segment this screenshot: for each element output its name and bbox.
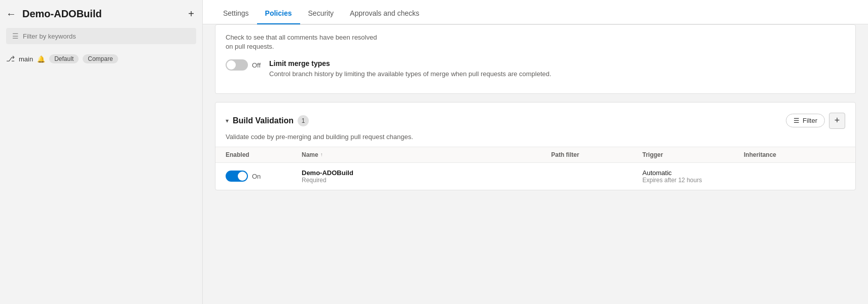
th-enabled: Enabled [226, 151, 302, 158]
toggle-knob [227, 60, 236, 70]
comments-desc: Check to see that all comments have been… [226, 33, 845, 55]
row-toggle-knob [238, 172, 247, 181]
filter-lines-icon: ☰ [793, 117, 800, 124]
build-validation-desc: Validate code by pre-merging and buildin… [215, 133, 855, 147]
limit-merge-toggle[interactable] [226, 59, 248, 71]
th-name[interactable]: Name ↑ [302, 151, 551, 158]
branch-icon: ⎇ [6, 54, 15, 63]
back-button[interactable]: ← [6, 8, 16, 20]
table-row[interactable]: On Demo-ADOBuild Required Automatic Expi… [215, 162, 855, 190]
build-validation-table: Enabled Name ↑ Path filter Trigger Inher… [215, 147, 855, 190]
build-validation-header: ▾ Build Validation 1 ☰ Filter + [215, 103, 855, 133]
th-trigger: Trigger [642, 151, 744, 158]
limit-merge-row: Off Limit merge types Control branch his… [226, 55, 845, 83]
filter-icon: ☰ [12, 32, 19, 40]
default-tag[interactable]: Default [49, 54, 79, 63]
collapse-icon[interactable]: ▾ [226, 117, 229, 124]
limit-merge-toggle-wrap: Off [226, 59, 261, 71]
limit-merge-title: Limit merge types [269, 59, 845, 67]
branch-name: main [19, 55, 33, 63]
sidebar-title: Demo-ADOBuild [22, 8, 182, 20]
comments-card: Check to see that all comments have been… [215, 24, 856, 94]
branch-row: ⎇ main 🔔 Default Compare [0, 50, 202, 67]
tab-policies[interactable]: Policies [257, 2, 300, 24]
sidebar-add-button[interactable]: + [188, 8, 194, 20]
tab-security[interactable]: Security [300, 2, 342, 24]
tab-bar: Settings Policies Security Approvals and… [203, 0, 868, 24]
td-trigger-primary: Automatic [642, 169, 744, 177]
build-validation-card: ▾ Build Validation 1 ☰ Filter + Validate… [215, 102, 856, 190]
td-trigger: Automatic Expires after 12 hours [642, 169, 744, 184]
th-path-filter: Path filter [551, 151, 642, 158]
td-name: Demo-ADOBuild Required [302, 169, 551, 184]
build-validation-badge: 1 [298, 115, 309, 126]
td-name-primary: Demo-ADOBuild [302, 169, 551, 177]
row-toggle-label: On [252, 173, 261, 180]
sort-icon: ↑ [320, 152, 323, 157]
main-content: Settings Policies Security Approvals and… [203, 0, 868, 304]
add-build-validation-button[interactable]: + [829, 113, 845, 129]
td-name-secondary: Required [302, 177, 551, 184]
limit-merge-desc: Control branch history by limiting the a… [269, 70, 845, 79]
filter-button-label: Filter [803, 117, 817, 124]
sidebar: ← Demo-ADOBuild + ☰ ⎇ main 🔔 Default Com… [0, 0, 203, 304]
filter-bar[interactable]: ☰ [6, 28, 196, 44]
td-trigger-secondary: Expires after 12 hours [642, 177, 744, 184]
build-validation-actions: ☰ Filter + [786, 113, 845, 129]
build-validation-title: Build Validation [233, 116, 294, 125]
tab-approvals[interactable]: Approvals and checks [342, 2, 427, 24]
filter-input[interactable] [23, 32, 190, 40]
filter-button[interactable]: ☰ Filter [786, 114, 825, 127]
compare-tag[interactable]: Compare [83, 54, 118, 63]
branch-bell-icon: 🔔 [37, 55, 45, 63]
limit-merge-info: Limit merge types Control branch history… [269, 59, 845, 79]
sidebar-header: ← Demo-ADOBuild + [0, 0, 202, 28]
th-inheritance: Inheritance [744, 151, 845, 158]
content-area: Check to see that all comments have been… [203, 24, 868, 304]
sidebar-empty-area [0, 67, 202, 304]
limit-merge-toggle-label: Off [252, 61, 261, 69]
td-enabled: On [226, 171, 302, 182]
table-header: Enabled Name ↑ Path filter Trigger Inher… [215, 147, 855, 162]
row-toggle[interactable] [226, 171, 248, 182]
tab-settings[interactable]: Settings [215, 2, 257, 24]
